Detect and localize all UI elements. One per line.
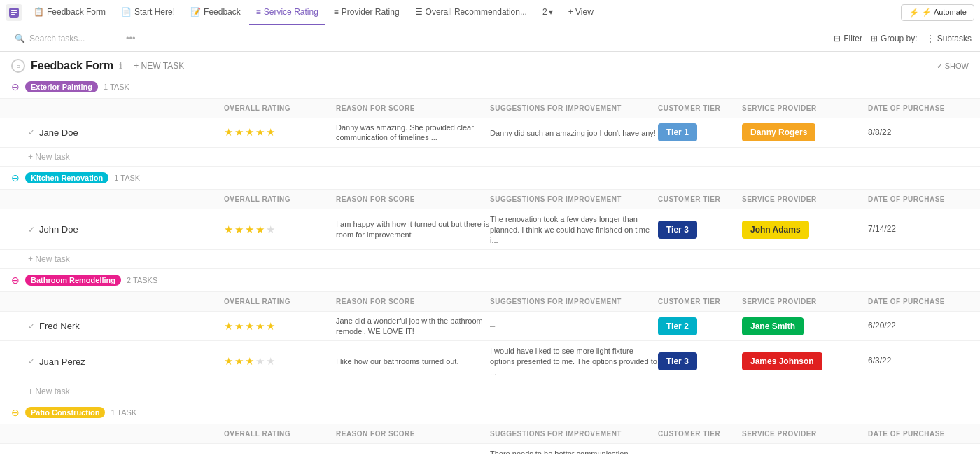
- search-box[interactable]: 🔍 Search tasks...: [8, 30, 120, 47]
- task-name: Juan Perez: [39, 356, 85, 367]
- col-overall-rating: OVERALL RATING: [224, 102, 336, 115]
- check-icon: ✓: [28, 225, 35, 235]
- top-nav: 📋 Feedback Form 📄 Start Here! 📝 Feedback…: [0, 0, 980, 25]
- table-row[interactable]: ✓ John Doe ★★★★★ I am happy with how it …: [0, 209, 980, 251]
- info-icon[interactable]: ℹ: [119, 61, 122, 71]
- star-5: ★: [266, 320, 275, 333]
- star-rating: ★★★★★: [224, 126, 336, 139]
- star-3: ★: [245, 223, 254, 236]
- tab-provider-rating[interactable]: ≡ Provider Rating: [327, 0, 407, 25]
- section-toggle-exterior-painting[interactable]: ⊖: [11, 81, 20, 92]
- list-icon: ≡: [334, 7, 339, 17]
- tier-badge: Tier 3: [658, 352, 697, 370]
- star-1: ★: [224, 223, 233, 236]
- page-title: Feedback Form: [31, 60, 113, 72]
- provider-cell: John Adams: [742, 221, 868, 239]
- col-suggestions: SUGGESTIONS FOR IMPROVEMENT: [490, 427, 658, 440]
- add-task-button[interactable]: + New task: [0, 148, 980, 167]
- section-toggle-bathroom-remodelling[interactable]: ⊖: [11, 275, 20, 286]
- section-header-kitchen-renovation: ⊖ Kitchen Renovation 1 TASK: [0, 167, 980, 190]
- tab-feedback[interactable]: 📝 Feedback: [183, 0, 248, 25]
- section-toggle-patio-construction[interactable]: ⊖: [11, 407, 20, 418]
- col-headers: OVERALL RATING REASON FOR SCORE SUGGESTI…: [0, 99, 980, 118]
- task-name: Fred Nerk: [39, 321, 80, 331]
- provider-cell: James Johnson: [742, 352, 868, 370]
- col-overall-rating: OVERALL RATING: [224, 193, 336, 206]
- subtasks-icon: ⋮: [926, 34, 934, 43]
- feedback-icon: 📝: [190, 7, 201, 17]
- tab-feedback-form[interactable]: 📋 Feedback Form: [27, 0, 113, 25]
- table-row[interactable]: ✓ Juan Perez ★★★★★ I like how our bathro…: [0, 341, 980, 382]
- show-button[interactable]: ✓ SHOW: [937, 62, 969, 71]
- group-by-button[interactable]: ⊞ Group by:: [871, 34, 918, 43]
- list-icon: ☰: [415, 7, 423, 17]
- tier-cell: Tier 3: [658, 352, 742, 370]
- add-task-button[interactable]: + New task: [0, 382, 980, 401]
- automate-button[interactable]: ⚡ ⚡ Automate: [901, 4, 974, 21]
- svg-rect-1: [11, 10, 17, 11]
- collapse-icon[interactable]: ○: [11, 59, 25, 73]
- toolbar: 🔍 Search tasks... ••• ⊟ Filter ⊞ Group b…: [0, 25, 980, 52]
- table-row[interactable]: ✓ Tom Cobley ★★★★★ The price was totally…: [0, 444, 980, 454]
- star-3: ★: [245, 320, 254, 333]
- reason-cell: Jane did a wonderful job with the bathro…: [336, 316, 490, 336]
- new-task-button[interactable]: + NEW TASK: [128, 60, 190, 72]
- task-name-cell: ✓ John Doe: [28, 224, 224, 235]
- col-customer-tier: CUSTOMER TIER: [658, 295, 742, 308]
- tab-service-rating[interactable]: ≡ Service Rating: [249, 0, 326, 25]
- section-toggle-kitchen-renovation[interactable]: ⊖: [11, 172, 20, 183]
- section-exterior-painting: ⊖ Exterior Painting 1 TASK OVERALL RATIN…: [0, 76, 980, 167]
- table-row[interactable]: ✓ Jane Doe ★★★★★ Danny was amazing. She …: [0, 118, 980, 148]
- col-service-provider: SERVICE PROVIDER: [742, 427, 868, 440]
- col-date: DATE OF PURCHASE: [868, 193, 966, 206]
- star-2: ★: [234, 223, 244, 236]
- add-task-button[interactable]: + New task: [0, 250, 980, 269]
- star-2: ★: [234, 355, 244, 368]
- col-customer-tier: CUSTOMER TIER: [658, 102, 742, 115]
- table-row[interactable]: ✓ Fred Nerk ★★★★★ Jane did a wonderful j…: [0, 312, 980, 341]
- tab-start-here[interactable]: 📄 Start Here!: [114, 0, 182, 25]
- subtasks-button[interactable]: ⋮ Subtasks: [926, 34, 972, 43]
- task-name: John Doe: [39, 224, 78, 235]
- app-icon: [6, 4, 22, 21]
- filter-button[interactable]: ⊟ Filter: [834, 34, 862, 43]
- ellipsis-menu[interactable]: •••: [126, 33, 136, 43]
- doc-icon: 📄: [121, 7, 132, 17]
- svg-rect-3: [11, 14, 15, 15]
- reason-cell: I like how our bathrooms turned out.: [336, 356, 490, 366]
- star-3: ★: [245, 126, 254, 139]
- section-kitchen-renovation: ⊖ Kitchen Renovation 1 TASK OVERALL RATI…: [0, 167, 980, 270]
- doc-icon: 📋: [34, 7, 44, 17]
- col-date: DATE OF PURCHASE: [868, 427, 966, 440]
- tab-overall-recommendation[interactable]: ☰ Overall Recommendation...: [408, 0, 534, 25]
- section-bathroom-remodelling: ⊖ Bathroom Remodelling 2 TASKS OVERALL R…: [0, 269, 980, 401]
- rating-cell: ★★★★★: [224, 320, 336, 333]
- section-header-exterior-painting: ⊖ Exterior Painting 1 TASK: [0, 76, 980, 99]
- col-reason: REASON FOR SCORE: [336, 295, 490, 308]
- task-name-cell: ✓ Jane Doe: [28, 127, 224, 138]
- tier-badge: Tier 1: [658, 123, 697, 141]
- tab-add-view[interactable]: + View: [561, 0, 601, 25]
- tier-badge: Tier 3: [658, 221, 697, 239]
- col-task-name: [28, 427, 224, 440]
- suggestions-text: The renovation took a few days longer th…: [490, 215, 650, 245]
- star-rating: ★★★★★: [224, 320, 336, 333]
- col-headers: OVERALL RATING REASON FOR SCORE SUGGESTI…: [0, 190, 980, 209]
- star-rating: ★★★★★: [224, 223, 336, 236]
- list-icon: ≡: [256, 7, 261, 17]
- provider-badge: James Johnson: [742, 352, 822, 370]
- chevron-icon: ▾: [549, 7, 553, 17]
- tab-view-count[interactable]: 2 ▾: [536, 0, 560, 25]
- col-overall-rating: OVERALL RATING: [224, 427, 336, 440]
- task-name-cell: ✓ Juan Perez: [28, 356, 224, 367]
- col-task-name: [28, 193, 224, 206]
- check-icon: ✓: [28, 127, 35, 137]
- col-headers: OVERALL RATING REASON FOR SCORE SUGGESTI…: [0, 292, 980, 312]
- suggestions-text: I would have liked to see more light fix…: [490, 347, 657, 377]
- col-date: DATE OF PURCHASE: [868, 102, 966, 115]
- col-suggestions: SUGGESTIONS FOR IMPROVEMENT: [490, 193, 658, 206]
- main-content: ⊖ Exterior Painting 1 TASK OVERALL RATIN…: [0, 76, 980, 454]
- reason-cell: I am happy with how it turned out but th…: [336, 219, 490, 240]
- suggestions-cell: –: [490, 321, 658, 331]
- task-name-cell: ✓ Fred Nerk: [28, 321, 224, 331]
